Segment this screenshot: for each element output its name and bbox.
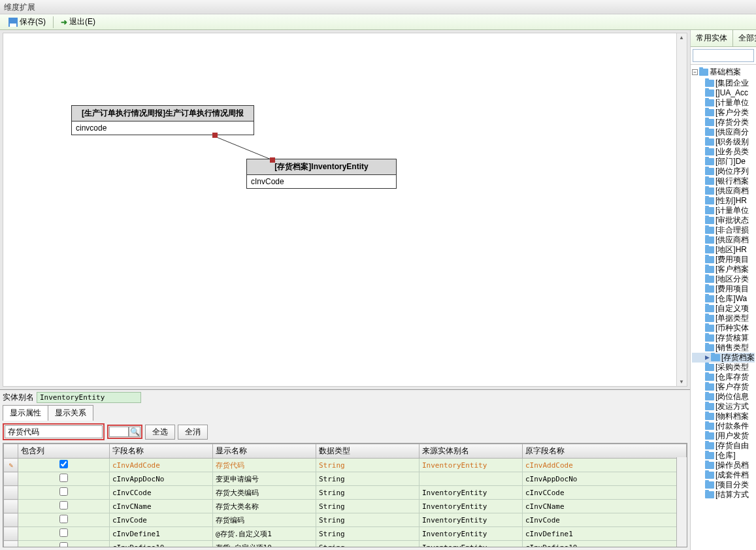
include-checkbox[interactable] — [59, 515, 68, 523]
tree-item[interactable]: [成套件档 — [692, 470, 755, 480]
tree-item[interactable]: [审批状态 — [692, 216, 755, 225]
tab-relations[interactable]: 显示关系 — [48, 405, 93, 421]
include-cell[interactable] — [18, 486, 110, 500]
filter-input[interactable] — [5, 425, 103, 438]
tree-item[interactable]: [仓库] — [692, 451, 755, 461]
entity-search-input[interactable] — [693, 49, 754, 62]
table-row[interactable]: cInvDefine1@存货.自定义项1StringInventoryEntit… — [4, 527, 687, 541]
col-include[interactable]: 包含列 — [18, 444, 110, 459]
tree-item[interactable]: [非合理损 — [692, 225, 755, 235]
tree-item[interactable]: [集团企业 — [692, 78, 755, 88]
tree-item[interactable]: [存货自由 — [692, 441, 755, 451]
tree-item[interactable]: [采购类型 — [692, 363, 755, 372]
exit-button[interactable]: ➜ 退出(E) — [56, 14, 100, 29]
tree-item[interactable]: [计量单位 — [692, 206, 755, 216]
tree-item[interactable]: [结算方式 — [692, 490, 755, 500]
tab-all-entities[interactable]: 全部实体 — [733, 30, 756, 46]
tree-item[interactable]: [发运方式 — [692, 402, 755, 412]
tree-item[interactable]: [付款条件 — [692, 421, 755, 431]
tree-item[interactable]: [客户存货 — [692, 382, 755, 392]
tree-item[interactable]: [销售类型 — [692, 343, 755, 353]
col-field[interactable]: 字段名称 — [110, 444, 213, 459]
tree-item[interactable]: [职务级别 — [692, 137, 755, 147]
include-cell[interactable] — [18, 472, 110, 486]
tree-item[interactable]: [部门]De — [692, 157, 755, 167]
select-all-button[interactable]: 全选 — [145, 425, 175, 440]
include-checkbox[interactable] — [59, 460, 68, 468]
connector-handle[interactable] — [212, 133, 218, 138]
grid-scrollbar[interactable] — [676, 457, 687, 547]
tree-item[interactable]: [客户档案 — [692, 265, 755, 274]
tree-item[interactable]: [供应商档 — [692, 235, 755, 245]
tree-item[interactable]: [计量单位 — [692, 98, 755, 108]
tree-item[interactable]: [银行档案 — [692, 176, 755, 186]
tree-item[interactable]: [操作员档 — [692, 461, 755, 470]
diagram-canvas[interactable]: [生产订单执行情况周报]生产订单执行情况周报 cinvcode [存货档案]In… — [3, 33, 687, 387]
row-indicator — [4, 513, 18, 527]
folder-icon — [705, 393, 714, 400]
include-checkbox[interactable] — [59, 542, 68, 547]
table-row[interactable]: cInvDefine10存货 自定义项10StringInventoryEnti… — [4, 541, 687, 548]
tree-item[interactable]: [业务员类 — [692, 147, 755, 157]
tree-item[interactable]: [费用项目 — [692, 284, 755, 294]
tree-item-label: [费用项目 — [715, 255, 749, 265]
tree-item[interactable]: [岗位信息 — [692, 392, 755, 402]
tab-attributes[interactable]: 显示属性 — [3, 405, 48, 421]
include-cell[interactable] — [18, 527, 110, 541]
field-cell: cInvDefine1 — [110, 527, 213, 541]
tree-item[interactable]: [仓库存货 — [692, 372, 755, 382]
tree-item[interactable]: [用户发货 — [692, 431, 755, 441]
tree-item[interactable]: [项目分类 — [692, 480, 755, 490]
tree-item[interactable]: [币种实体 — [692, 323, 755, 333]
field-cell: cInvAddCode — [110, 459, 213, 472]
tree-item[interactable]: ▶[存货档案 — [692, 353, 755, 363]
col-source[interactable]: 来源实体别名 — [419, 444, 523, 459]
tree-item[interactable]: [存货分类 — [692, 118, 755, 127]
tree-item[interactable]: [仓库]Wa — [692, 294, 755, 304]
include-checkbox[interactable] — [59, 474, 68, 482]
entity-box-inventory[interactable]: [存货档案]InventoryEntity cInvCode — [246, 159, 397, 189]
tree-item[interactable]: [地区分类 — [692, 274, 755, 284]
tree-item[interactable]: [供应商分 — [692, 127, 755, 137]
tree-item[interactable]: [存货核算 — [692, 333, 755, 343]
include-cell[interactable] — [18, 541, 110, 548]
tree-item[interactable]: [客户分类 — [692, 108, 755, 118]
tab-common-entities[interactable]: 常用实体 — [691, 30, 733, 46]
col-orig[interactable]: 原字段名称 — [523, 444, 687, 459]
include-checkbox[interactable] — [59, 501, 68, 510]
select-none-button[interactable]: 全消 — [178, 425, 208, 440]
entity-box-report[interactable]: [生产订单执行情况周报]生产订单执行情况周报 cinvcode — [71, 105, 254, 135]
include-checkbox[interactable] — [59, 487, 68, 496]
lookup-button[interactable]: 🔍 — [129, 427, 140, 437]
tree-item[interactable]: [供应商档 — [692, 186, 755, 196]
col-dtype[interactable]: 数据类型 — [316, 444, 419, 459]
connector-handle[interactable] — [270, 157, 275, 163]
tree-item-label: [成套件档 — [715, 470, 749, 480]
tree-item[interactable]: [单据类型 — [692, 314, 755, 323]
save-button[interactable]: 保存(S) — [4, 14, 50, 29]
tree-item[interactable]: [性别]HR — [692, 196, 755, 206]
include-cell[interactable] — [18, 500, 110, 513]
scrollbar-vertical[interactable] — [676, 33, 687, 386]
table-row[interactable]: cInvAppDocNo变更申请编号StringcInvAppDocNo — [4, 472, 687, 486]
entity-field: cInvCode — [247, 175, 396, 188]
alias-input[interactable] — [37, 392, 141, 403]
include-checkbox[interactable] — [59, 528, 68, 537]
table-row[interactable]: cInvCode存货编码StringInventoryEntitycInvCod… — [4, 513, 687, 527]
tree-item[interactable]: [岗位序列 — [692, 167, 755, 176]
table-row[interactable]: ✎cInvAddCode存货代码StringInventoryEntitycIn… — [4, 459, 687, 472]
tree-item[interactable]: [自定义项 — [692, 304, 755, 314]
table-row[interactable]: cInvCName存货大类名称StringInventoryEntitycInv… — [4, 500, 687, 513]
lookup-input[interactable] — [109, 427, 129, 437]
table-row[interactable]: cInvCCode存货大类编码StringInventoryEntitycInv… — [4, 486, 687, 500]
tree-item[interactable]: [费用项目 — [692, 255, 755, 265]
tree-item[interactable]: []UA_Acc — [692, 88, 755, 98]
include-cell[interactable] — [18, 459, 110, 472]
include-cell[interactable] — [18, 513, 110, 527]
tree-root-node[interactable]: − 基础档案 — [692, 66, 755, 78]
col-display[interactable]: 显示名称 — [213, 444, 316, 459]
tree-item-label: [费用项目 — [715, 284, 749, 294]
tree-item[interactable]: [物料档案 — [692, 412, 755, 421]
tree-item[interactable]: [地区]HR — [692, 245, 755, 255]
expand-icon[interactable]: − — [692, 69, 698, 75]
